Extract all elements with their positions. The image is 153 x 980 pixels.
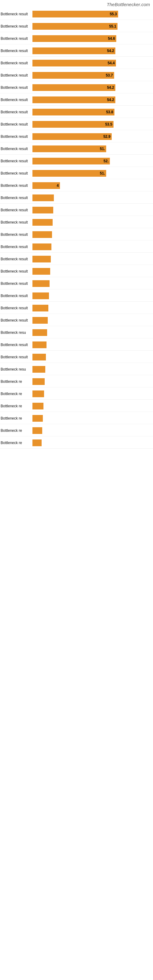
- bar-container: [32, 268, 153, 275]
- bar: 52.9: [32, 133, 112, 140]
- bar-container: [32, 366, 153, 373]
- table-row: Bottleneck result54.2: [0, 94, 153, 106]
- table-row: Bottleneck result55.3: [0, 8, 153, 20]
- bar-container: [32, 317, 153, 324]
- bottleneck-label: Bottleneck result: [1, 61, 31, 65]
- bottleneck-label: Bottleneck result: [1, 147, 31, 151]
- bar: 51.: [32, 145, 106, 152]
- bottleneck-label: Bottleneck result: [1, 122, 31, 126]
- bar-container: 54.2: [32, 84, 153, 91]
- bar: [32, 305, 48, 312]
- bottleneck-label: Bottleneck result: [1, 134, 31, 139]
- bar-container: [32, 439, 153, 446]
- bar-value: 54.2: [107, 49, 114, 53]
- table-row: Bottleneck result54.2: [0, 45, 153, 57]
- table-row: Bottleneck result55.1: [0, 21, 153, 32]
- bar: [32, 403, 43, 409]
- bar-container: 53.8: [32, 109, 153, 115]
- bar: [32, 390, 44, 397]
- bottleneck-label: Bottleneck result: [1, 220, 31, 224]
- bar-container: [32, 329, 153, 336]
- bar: [32, 231, 52, 238]
- table-row: Bottleneck re: [0, 388, 153, 400]
- bottleneck-label: Bottleneck result: [1, 282, 31, 286]
- bar-container: [32, 194, 153, 201]
- site-title: TheBottlenecker.com: [0, 0, 153, 8]
- bar: [32, 439, 41, 446]
- bottleneck-label: Bottleneck re: [1, 392, 31, 396]
- bar: [32, 378, 45, 385]
- table-row: Bottleneck result53.8: [0, 106, 153, 118]
- bar-container: [32, 354, 153, 360]
- table-row: Bottleneck result: [0, 351, 153, 363]
- table-row: Bottleneck resu: [0, 364, 153, 375]
- table-row: Bottleneck result52.9: [0, 131, 153, 142]
- bar-container: 52.: [32, 158, 153, 164]
- bar-container: 53.7: [32, 72, 153, 79]
- table-row: Bottleneck result: [0, 253, 153, 265]
- table-row: Bottleneck re: [0, 412, 153, 424]
- bar-container: [32, 342, 153, 348]
- table-row: Bottleneck result: [0, 241, 153, 253]
- bar-value: 51.: [100, 171, 105, 175]
- bar: [32, 219, 53, 226]
- bar: [32, 366, 45, 373]
- table-row: Bottleneck result: [0, 216, 153, 228]
- table-row: Bottleneck result54.6: [0, 33, 153, 45]
- bottleneck-label: Bottleneck result: [1, 49, 31, 53]
- bar-container: [32, 207, 153, 213]
- bar-container: [32, 305, 153, 312]
- bar-container: 51.: [32, 170, 153, 177]
- bar-container: 53.5: [32, 121, 153, 128]
- bottleneck-label: Bottleneck result: [1, 24, 31, 29]
- table-row: Bottleneck re: [0, 376, 153, 387]
- bar-container: [32, 293, 153, 299]
- table-row: Bottleneck result51.: [0, 143, 153, 155]
- bar: [32, 354, 46, 360]
- table-row: Bottleneck result4: [0, 180, 153, 191]
- bottleneck-label: Bottleneck result: [1, 343, 31, 347]
- bottleneck-label: Bottleneck result: [1, 159, 31, 163]
- bottleneck-label: Bottleneck result: [1, 98, 31, 102]
- bottleneck-label: Bottleneck result: [1, 318, 31, 323]
- bar-container: 4: [32, 182, 153, 189]
- bar-container: [32, 231, 153, 238]
- table-row: Bottleneck result54.2: [0, 82, 153, 94]
- bottleneck-label: Bottleneck result: [1, 294, 31, 298]
- bottleneck-label: Bottleneck result: [1, 245, 31, 249]
- bar-value: 4: [57, 183, 59, 188]
- bar: [32, 268, 50, 275]
- table-row: Bottleneck re: [0, 400, 153, 412]
- bar-container: [32, 280, 153, 287]
- bottleneck-label: Bottleneck resu: [1, 367, 31, 371]
- bar-container: 54.2: [32, 48, 153, 54]
- table-row: Bottleneck result: [0, 302, 153, 314]
- bottleneck-label: Bottleneck result: [1, 171, 31, 175]
- bar: 4: [32, 182, 60, 189]
- table-row: Bottleneck result: [0, 204, 153, 216]
- bar: [32, 256, 51, 262]
- bar: [32, 317, 48, 324]
- table-row: Bottleneck result52.: [0, 155, 153, 167]
- bar-container: [32, 243, 153, 250]
- bar: [32, 329, 47, 336]
- bar: 53.8: [32, 109, 115, 115]
- bottleneck-label: Bottleneck result: [1, 257, 31, 261]
- bar-container: 54.4: [32, 60, 153, 67]
- bar: [32, 194, 54, 201]
- table-row: Bottleneck re: [0, 425, 153, 436]
- table-row: Bottleneck result: [0, 290, 153, 302]
- bar: [32, 342, 46, 348]
- bar-container: [32, 390, 153, 397]
- bar-container: [32, 415, 153, 422]
- table-row: Bottleneck resu: [0, 327, 153, 339]
- bar-chart: Bottleneck result55.3Bottleneck result55…: [0, 8, 153, 449]
- bottleneck-label: Bottleneck result: [1, 355, 31, 359]
- bar: [32, 427, 42, 434]
- bar-container: [32, 403, 153, 409]
- bar-container: 51.: [32, 145, 153, 152]
- bottleneck-label: Bottleneck re: [1, 379, 31, 384]
- table-row: Bottleneck result: [0, 229, 153, 240]
- bar: 55.3: [32, 11, 118, 18]
- table-row: Bottleneck result54.4: [0, 57, 153, 69]
